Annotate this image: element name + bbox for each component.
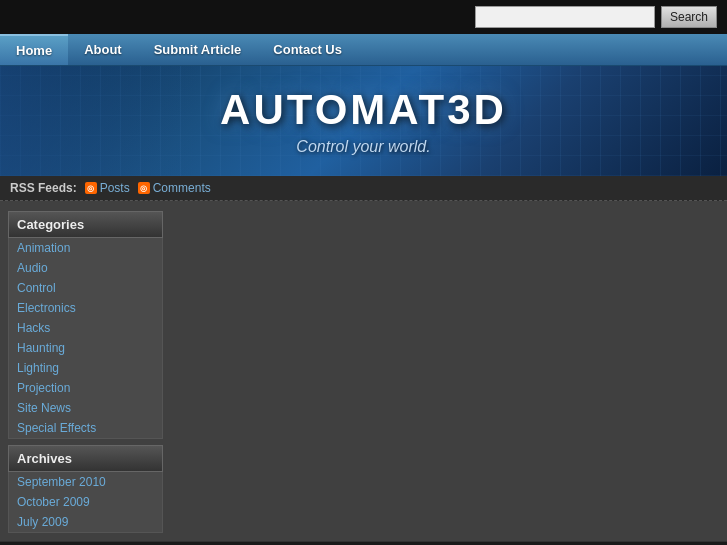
categories-header: Categories <box>8 211 163 238</box>
nav-item-submit-article[interactable]: Submit Article <box>138 34 258 65</box>
category-control[interactable]: Control <box>9 278 162 298</box>
search-input[interactable] <box>475 6 655 28</box>
archives-list: September 2010October 2009July 2009 <box>8 472 163 533</box>
rss-comments-link[interactable]: ◎ Comments <box>138 181 211 195</box>
rss-bar: RSS Feeds: ◎ Posts ◎ Comments <box>0 176 727 201</box>
category-electronics[interactable]: Electronics <box>9 298 162 318</box>
category-audio[interactable]: Audio <box>9 258 162 278</box>
category-site-news[interactable]: Site News <box>9 398 162 418</box>
sidebar: Categories AnimationAudioControlElectron… <box>8 209 163 533</box>
category-animation[interactable]: Animation <box>9 238 162 258</box>
top-bar: Search <box>0 0 727 34</box>
category-haunting[interactable]: Haunting <box>9 338 162 358</box>
archive-sep-2010[interactable]: September 2010 <box>9 472 162 492</box>
rss-comments-icon: ◎ <box>138 182 150 194</box>
category-hacks[interactable]: Hacks <box>9 318 162 338</box>
archives-header: Archives <box>8 445 163 472</box>
rss-comments-label: Comments <box>153 181 211 195</box>
footer: July 7009 <box>0 541 727 545</box>
search-button[interactable]: Search <box>661 6 717 28</box>
category-lighting[interactable]: Lighting <box>9 358 162 378</box>
category-projection[interactable]: Projection <box>9 378 162 398</box>
banner-subtitle: Control your world. <box>220 138 507 156</box>
header-banner: AUTOMAT3D Control your world. <box>0 66 727 176</box>
banner-title: AUTOMAT3D <box>220 86 507 134</box>
nav-item-contact-us[interactable]: Contact Us <box>257 34 358 65</box>
categories-list: AnimationAudioControlElectronicsHacksHau… <box>8 238 163 439</box>
main-area <box>163 209 719 533</box>
archive-jul-2009[interactable]: July 2009 <box>9 512 162 532</box>
nav-item-about[interactable]: About <box>68 34 138 65</box>
nav-item-home[interactable]: Home <box>0 34 68 65</box>
category-special-effects[interactable]: Special Effects <box>9 418 162 438</box>
nav-bar: HomeAboutSubmit ArticleContact Us <box>0 34 727 66</box>
banner-text: AUTOMAT3D Control your world. <box>220 86 507 156</box>
archive-oct-2009[interactable]: October 2009 <box>9 492 162 512</box>
rss-posts-label: Posts <box>100 181 130 195</box>
rss-posts-icon: ◎ <box>85 182 97 194</box>
rss-label: RSS Feeds: <box>10 181 77 195</box>
main-content: Categories AnimationAudioControlElectron… <box>0 201 727 541</box>
rss-posts-link[interactable]: ◎ Posts <box>85 181 130 195</box>
